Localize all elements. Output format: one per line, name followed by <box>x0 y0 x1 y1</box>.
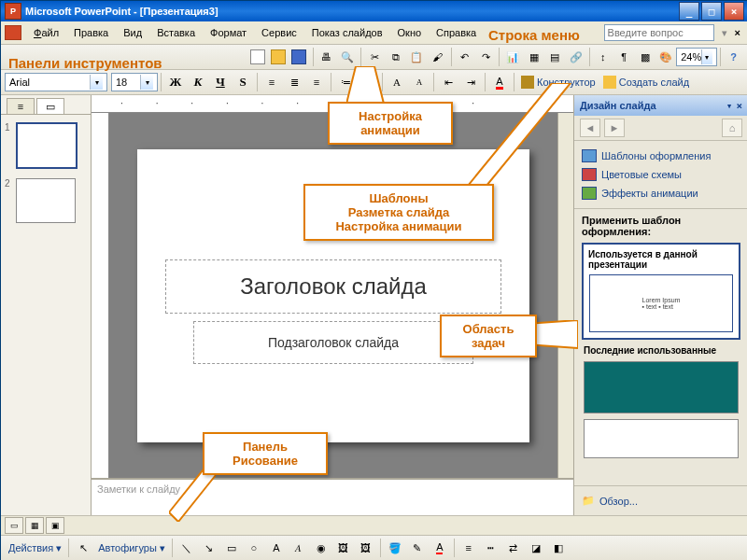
mdi-close-button[interactable]: × <box>735 27 740 38</box>
open-icon[interactable] <box>268 46 289 68</box>
shadow-style-icon[interactable]: ◪ <box>525 537 547 559</box>
picture-icon[interactable]: 🖼 <box>355 537 377 559</box>
actions-menu[interactable]: Действия ▾ <box>5 540 65 556</box>
browse-link[interactable]: 📁 Обзор... <box>582 492 740 510</box>
slide-canvas[interactable]: Заголовок слайда Подзаголовок слайда <box>109 113 557 478</box>
new-icon[interactable] <box>247 46 267 68</box>
decrease-indent-icon[interactable]: ⇤ <box>437 71 459 93</box>
template-thumb-recent-1[interactable] <box>584 361 739 413</box>
menu-slideshow[interactable]: Показ слайдов <box>305 25 389 40</box>
print-icon[interactable]: 🖶 <box>316 46 336 68</box>
help-icon[interactable]: ? <box>723 46 743 68</box>
grid-icon[interactable]: ▩ <box>634 46 655 68</box>
paste-icon[interactable]: 📋 <box>406 46 427 68</box>
thumbnail-slide[interactable]: 1 <box>5 122 87 169</box>
menu-edit[interactable]: Правка <box>67 25 115 40</box>
shadow-button[interactable]: S <box>232 71 254 93</box>
link-effects[interactable]: Эффекты анимации <box>582 184 740 203</box>
menu-format[interactable]: Формат <box>204 25 253 40</box>
italic-button[interactable]: К <box>187 71 209 93</box>
preview-icon[interactable]: 🔍 <box>337 46 358 68</box>
link-colors[interactable]: Цветовые схемы <box>582 165 740 184</box>
line-style-icon[interactable]: ≡ <box>458 537 480 559</box>
outline-tab[interactable]: ≡ <box>7 98 35 114</box>
arrow-icon[interactable]: ↘ <box>198 537 220 559</box>
nav-fwd-icon[interactable]: ► <box>604 119 625 137</box>
color-icon[interactable]: 🎨 <box>655 46 676 68</box>
select-icon[interactable]: ↖ <box>72 537 94 559</box>
template-thumb-current[interactable]: Lorem Ipsum▪ text ▪ text <box>589 274 733 332</box>
decrease-font-icon[interactable]: A <box>408 71 430 93</box>
autoshapes-menu[interactable]: Автофигуры ▾ <box>94 540 169 556</box>
menu-insert[interactable]: Вставка <box>150 25 202 40</box>
menu-help[interactable]: Справка <box>430 25 483 40</box>
nav-back-icon[interactable]: ◄ <box>580 119 600 137</box>
minimize-button[interactable]: _ <box>679 2 699 21</box>
diagram-icon[interactable]: ◉ <box>310 537 332 559</box>
increase-font-icon[interactable]: A <box>386 71 408 93</box>
tables-borders-icon[interactable]: ▤ <box>544 46 565 68</box>
slideshow-view-button[interactable]: ▣ <box>46 517 64 534</box>
show-formatting-icon[interactable]: ¶ <box>613 46 634 68</box>
dash-style-icon[interactable]: ┅ <box>480 537 502 559</box>
vertical-scrollbar[interactable] <box>557 113 573 478</box>
menu-view[interactable]: Вид <box>117 25 148 40</box>
bold-button[interactable]: Ж <box>164 71 187 93</box>
designer-button[interactable]: Конструктор <box>517 74 599 91</box>
clipart-icon[interactable]: 🖼 <box>332 537 355 559</box>
menu-tools[interactable]: Сервис <box>255 25 303 40</box>
help-search-input[interactable] <box>604 24 714 41</box>
link-templates[interactable]: Шаблоны оформления <box>582 147 740 165</box>
subtitle-placeholder[interactable]: Подзаголовок слайда <box>193 321 473 364</box>
align-center-icon[interactable]: ≣ <box>283 71 305 93</box>
3d-style-icon[interactable]: ◧ <box>547 537 570 559</box>
table-icon[interactable]: ▦ <box>524 46 544 68</box>
redo-icon[interactable]: ↷ <box>475 46 496 68</box>
increase-indent-icon[interactable]: ⇥ <box>459 71 482 93</box>
copy-icon[interactable]: ⧉ <box>386 46 406 68</box>
numbering-icon[interactable]: ≔ <box>334 71 357 93</box>
title-placeholder[interactable]: Заголовок слайда <box>165 259 501 314</box>
taskpane-close-button[interactable]: × <box>736 100 742 112</box>
notes-pane[interactable]: Заметки к слайду <box>92 478 573 515</box>
arrow-style-icon[interactable]: ⇄ <box>502 537 525 559</box>
thumb-preview <box>16 178 76 223</box>
cut-icon[interactable]: ✂ <box>364 46 385 68</box>
hyperlink-icon[interactable]: 🔗 <box>565 46 585 68</box>
nav-home-icon[interactable]: ⌂ <box>722 119 742 137</box>
mdi-dropdown-icon[interactable]: ▾ <box>722 27 727 39</box>
wordart-icon[interactable]: 𝐴 <box>288 537 310 559</box>
template-thumb-recent-2[interactable] <box>584 419 739 458</box>
font-name-combo[interactable]: Arial▾ <box>5 73 107 91</box>
close-button[interactable]: × <box>724 2 744 21</box>
font-size-combo[interactable]: 18▾ <box>111 73 158 91</box>
menu-file[interactable]: Файл <box>27 25 65 40</box>
fill-color-icon[interactable]: 🪣 <box>384 537 406 559</box>
rectangle-icon[interactable]: ▭ <box>220 537 243 559</box>
textbox-icon[interactable]: A <box>265 537 288 559</box>
maximize-button[interactable]: □ <box>701 2 722 21</box>
align-right-icon[interactable]: ≡ <box>305 71 328 93</box>
expand-icon[interactable]: ↕ <box>593 46 613 68</box>
line-icon[interactable]: ＼ <box>176 537 198 559</box>
menu-window[interactable]: Окно <box>391 25 429 40</box>
underline-button[interactable]: Ч <box>209 71 232 93</box>
new-slide-button[interactable]: Создать слайд <box>599 74 693 91</box>
font-color-icon[interactable]: A <box>488 71 511 93</box>
normal-view-button[interactable]: ▭ <box>5 517 23 534</box>
taskpane-dropdown-icon[interactable]: ▾ <box>726 100 733 112</box>
chart-icon[interactable]: 📊 <box>502 46 523 68</box>
line-color-icon[interactable]: ✎ <box>406 537 429 559</box>
save-icon[interactable] <box>289 46 309 68</box>
thumbnail-slide[interactable]: 2 <box>5 178 87 223</box>
sorter-view-button[interactable]: ▦ <box>25 517 44 534</box>
oval-icon[interactable]: ○ <box>243 537 265 559</box>
bullets-icon[interactable]: ⋮≡ <box>357 71 379 93</box>
format-painter-icon[interactable]: 🖌 <box>427 46 447 68</box>
undo-icon[interactable]: ↶ <box>455 46 475 68</box>
autoshapes-label: Автофигуры <box>98 542 157 553</box>
slides-tab[interactable]: ▭ <box>36 98 64 114</box>
font-color-icon-2[interactable]: A <box>429 537 451 559</box>
zoom-combo[interactable]: 24%▾ <box>676 48 716 66</box>
align-left-icon[interactable]: ≡ <box>261 71 283 93</box>
